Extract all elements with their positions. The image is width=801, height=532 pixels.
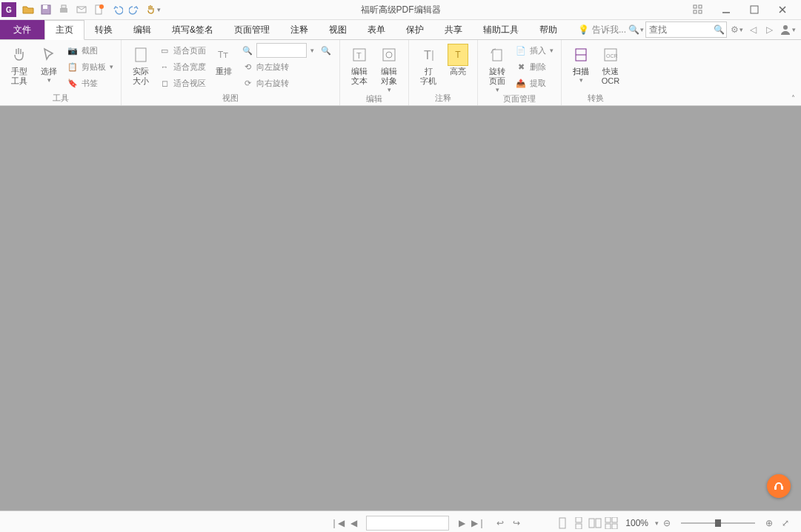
continuous-icon[interactable] bbox=[571, 515, 587, 531]
screenshot-button[interactable]: 📷截图 bbox=[65, 43, 115, 58]
tab-fill-sign[interactable]: 填写&签名 bbox=[162, 20, 224, 39]
tab-convert[interactable]: 转换 bbox=[84, 20, 123, 39]
facing-icon[interactable] bbox=[587, 515, 603, 531]
user-icon[interactable]: ▾ bbox=[779, 23, 797, 36]
zoom-out-icon[interactable]: ⊖ bbox=[659, 515, 675, 531]
svg-text:OCR: OCR bbox=[606, 53, 618, 59]
rotate-page-button[interactable]: 旋转 页面 ▾ bbox=[484, 41, 511, 93]
fit-page-button[interactable]: ▭适合页面 bbox=[157, 43, 207, 58]
nav-next-icon[interactable]: ▷ bbox=[762, 23, 776, 36]
next-page-icon[interactable]: ▶ bbox=[453, 515, 470, 531]
insert-button[interactable]: 📄插入▾ bbox=[513, 43, 555, 58]
title-bar: G ▾ 福昕高级PDF编辑器 bbox=[0, 0, 801, 20]
ribbon: 手型 工具 选择 ▾ 📷截图 📋剪贴板▾ 🔖书签 工具 实际 大小 ▭适合页面 bbox=[0, 40, 801, 106]
nav-forward-icon[interactable]: ↪ bbox=[508, 515, 525, 531]
tab-accessibility[interactable]: 辅助工具 bbox=[473, 20, 529, 39]
rotate-right-button[interactable]: ⟳向右旋转 bbox=[240, 76, 333, 90]
edit-text-button[interactable]: T 编辑 文本 bbox=[346, 41, 373, 86]
highlight-button[interactable]: T 高亮 bbox=[445, 41, 471, 76]
typewriter-button[interactable]: T 打 字机 bbox=[415, 41, 442, 86]
svg-rect-29 bbox=[559, 518, 565, 528]
highlight-icon: T bbox=[448, 44, 468, 65]
email-icon[interactable] bbox=[73, 1, 90, 19]
svg-rect-3 bbox=[62, 5, 66, 8]
group-convert-label: 转换 bbox=[568, 93, 624, 105]
svg-rect-36 bbox=[605, 524, 611, 529]
tell-me-label: 告诉我... bbox=[592, 24, 626, 36]
select-button[interactable]: 选择 ▾ bbox=[36, 41, 62, 84]
svg-rect-2 bbox=[60, 8, 67, 13]
tab-page-manage[interactable]: 页面管理 bbox=[224, 20, 280, 39]
reflow-icon: Tᴛ bbox=[213, 44, 234, 65]
fullscreen-icon[interactable]: ⤢ bbox=[777, 515, 794, 531]
tab-file[interactable]: 文件 bbox=[0, 20, 44, 39]
find-input[interactable] bbox=[646, 24, 711, 35]
tab-share[interactable]: 共享 bbox=[434, 20, 473, 39]
tell-me[interactable]: 💡 告诉我... bbox=[578, 24, 626, 36]
prev-page-icon[interactable]: ◀ bbox=[345, 515, 362, 531]
svg-rect-18 bbox=[383, 49, 395, 61]
tab-view[interactable]: 视图 bbox=[319, 20, 357, 39]
minimize-icon[interactable] bbox=[719, 3, 733, 16]
undo-icon[interactable] bbox=[108, 1, 126, 19]
edit-object-button[interactable]: 编辑 对象 ▾ bbox=[376, 41, 402, 93]
close-icon[interactable] bbox=[776, 3, 789, 16]
redo-icon[interactable] bbox=[126, 1, 144, 19]
svg-rect-10 bbox=[699, 10, 702, 13]
svg-rect-32 bbox=[589, 519, 594, 528]
first-page-icon[interactable]: ❘◀ bbox=[329, 515, 345, 531]
fit-width-button[interactable]: ↔适合宽度 bbox=[157, 59, 207, 74]
page-number-input[interactable] bbox=[366, 516, 449, 531]
quick-access-toolbar: G ▾ bbox=[0, 0, 162, 19]
arrange-icon[interactable] bbox=[691, 3, 705, 16]
support-chat-icon[interactable] bbox=[767, 474, 791, 498]
continuous-facing-icon[interactable] bbox=[603, 515, 619, 531]
tab-help[interactable]: 帮助 bbox=[529, 20, 568, 39]
save-icon[interactable] bbox=[37, 1, 55, 19]
collapse-ribbon-icon[interactable]: ˄ bbox=[791, 94, 795, 102]
zoom-value-input[interactable] bbox=[256, 43, 307, 58]
rotate-left-button[interactable]: ⟲向左旋转 bbox=[240, 59, 333, 74]
svg-rect-30 bbox=[576, 517, 582, 522]
tab-form[interactable]: 表单 bbox=[357, 20, 396, 39]
tab-edit[interactable]: 编辑 bbox=[123, 20, 162, 39]
new-doc-icon[interactable] bbox=[90, 1, 108, 19]
fit-visible-button[interactable]: ◻适合视区 bbox=[157, 76, 207, 90]
svg-rect-31 bbox=[576, 524, 582, 529]
search-folder-icon[interactable]: 🔍▾ bbox=[629, 23, 642, 36]
zoom-in-icon[interactable]: 🔍 bbox=[320, 44, 332, 56]
open-icon[interactable] bbox=[19, 1, 37, 19]
gear-icon[interactable]: ⚙▾ bbox=[730, 23, 743, 36]
scan-button[interactable]: 扫描 ▾ bbox=[568, 41, 594, 84]
hand-tool-button[interactable]: 手型 工具 bbox=[6, 41, 33, 86]
hand-dropdown-icon[interactable]: ▾ bbox=[144, 1, 162, 19]
bookmark-button[interactable]: 🔖书签 bbox=[65, 76, 115, 90]
single-page-icon[interactable] bbox=[554, 515, 571, 531]
chevron-down-icon: ▾ bbox=[47, 76, 51, 84]
nav-back-icon[interactable]: ↩ bbox=[492, 515, 508, 531]
edit-text-icon: T bbox=[349, 44, 370, 65]
tab-home[interactable]: 主页 bbox=[44, 20, 84, 40]
svg-text:T: T bbox=[356, 51, 362, 60]
page-icon bbox=[130, 44, 151, 65]
clipboard-button[interactable]: 📋剪贴板▾ bbox=[65, 59, 115, 74]
zoom-out-icon[interactable]: 🔍 bbox=[242, 44, 253, 56]
extract-button[interactable]: 📤提取 bbox=[513, 76, 555, 90]
actual-size-button[interactable]: 实际 大小 bbox=[127, 41, 154, 86]
print-icon[interactable] bbox=[55, 1, 73, 19]
window-controls bbox=[691, 3, 801, 16]
tab-protect[interactable]: 保护 bbox=[396, 20, 434, 39]
nav-prev-icon[interactable]: ◁ bbox=[746, 23, 760, 36]
delete-button[interactable]: ✖删除 bbox=[513, 59, 555, 74]
svg-rect-28 bbox=[781, 486, 783, 490]
reflow-button[interactable]: Tᴛ 重排 bbox=[210, 41, 237, 76]
group-annotate: T 打 字机 T 高亮 注释 bbox=[409, 40, 478, 105]
zoom-slider[interactable] bbox=[681, 522, 755, 524]
maximize-icon[interactable] bbox=[748, 3, 761, 16]
insert-icon: 📄 bbox=[515, 44, 527, 56]
ocr-button[interactable]: OCR 快速 OCR bbox=[597, 41, 624, 86]
find-go-icon[interactable]: 🔍 bbox=[711, 24, 726, 35]
zoom-in-icon[interactable]: ⊕ bbox=[761, 515, 777, 531]
tab-annotate[interactable]: 注释 bbox=[280, 20, 319, 39]
last-page-icon[interactable]: ▶❘ bbox=[470, 515, 486, 531]
